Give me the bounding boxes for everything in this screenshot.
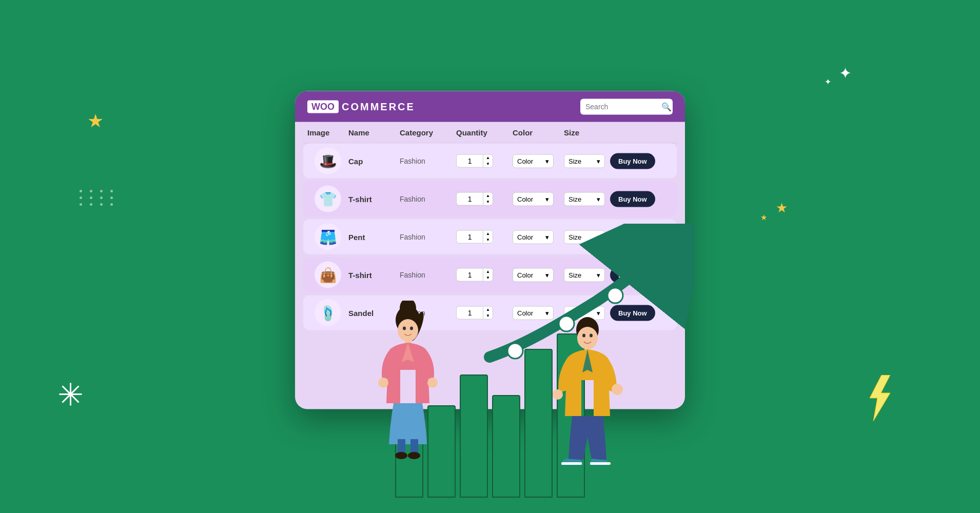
size-cell: Size ▾ xyxy=(564,154,610,168)
size-select[interactable]: Size ▾ xyxy=(564,192,605,206)
buy-now-button[interactable]: Buy Now xyxy=(610,191,655,207)
woo-badge: WOO xyxy=(307,100,339,113)
quantity-value: 1 xyxy=(457,193,483,205)
table-header: Image Name Category Quantity Color Size xyxy=(303,122,677,144)
product-category: Fashion xyxy=(400,271,456,279)
buy-now-button[interactable]: Buy Now xyxy=(610,267,655,283)
quantity-spinner[interactable]: 1 ▲ ▼ xyxy=(456,268,493,282)
size-select[interactable]: Size ▾ xyxy=(564,230,605,244)
color-dropdown-icon: ▾ xyxy=(545,271,549,279)
size-select[interactable]: Size ▾ xyxy=(564,306,605,320)
qty-up-button[interactable]: ▲ xyxy=(483,155,493,161)
star-yellow-right2-icon: ★ xyxy=(760,213,767,222)
star-yellow-left-icon: ★ xyxy=(87,110,104,132)
qty-down-button[interactable]: ▼ xyxy=(483,313,493,319)
color-label: Color xyxy=(517,309,533,317)
color-select[interactable]: Color ▾ xyxy=(513,306,554,320)
color-select[interactable]: Color ▾ xyxy=(513,230,554,244)
product-name: T-shirt xyxy=(348,194,400,203)
col-action xyxy=(610,128,672,137)
size-label: Size xyxy=(569,195,581,203)
table-row: 🩴 Sandel Fashion 1 ▲ ▼ Color ▾ xyxy=(303,295,677,330)
product-image: 👕 xyxy=(315,186,341,212)
quantity-cell: 1 ▲ ▼ xyxy=(456,306,513,320)
size-cell: Size ▾ xyxy=(564,230,610,244)
col-quantity: Quantity xyxy=(456,128,513,137)
svg-rect-33 xyxy=(590,462,611,465)
qty-down-button[interactable]: ▼ xyxy=(483,161,493,167)
color-label: Color xyxy=(517,271,533,279)
size-label: Size xyxy=(569,309,581,317)
quantity-value: 1 xyxy=(457,269,483,281)
buy-now-button[interactable]: Buy Now xyxy=(610,229,655,245)
woo-logo: WOO COMMERCE xyxy=(307,100,415,113)
qty-up-button[interactable]: ▲ xyxy=(483,231,493,237)
qty-down-button[interactable]: ▼ xyxy=(483,199,493,205)
action-cell: Buy Now xyxy=(610,305,672,321)
product-category: Fashion xyxy=(400,195,456,203)
size-cell: Size ▾ xyxy=(564,306,610,320)
table-row: 👜 T-shirt Fashion 1 ▲ ▼ Color ▾ xyxy=(303,258,677,292)
color-dropdown-icon: ▾ xyxy=(545,309,549,317)
qty-up-button[interactable]: ▲ xyxy=(483,307,493,313)
qty-down-button[interactable]: ▼ xyxy=(483,237,493,243)
buy-now-button[interactable]: Buy Now xyxy=(610,305,655,321)
quantity-spinner[interactable]: 1 ▲ ▼ xyxy=(456,306,493,320)
size-dropdown-icon: ▾ xyxy=(597,309,600,317)
product-image: 🩳 xyxy=(315,224,341,250)
quantity-arrows[interactable]: ▲ ▼ xyxy=(483,231,493,243)
action-cell: Buy Now xyxy=(610,267,672,283)
color-dropdown-icon: ▾ xyxy=(545,157,549,165)
quantity-spinner[interactable]: 1 ▲ ▼ xyxy=(456,154,493,168)
color-select[interactable]: Color ▾ xyxy=(513,154,554,168)
table-row: 👕 T-shirt Fashion 1 ▲ ▼ Color ▾ xyxy=(303,182,677,216)
buy-now-button[interactable]: Buy Now xyxy=(610,153,655,169)
quantity-arrows[interactable]: ▲ ▼ xyxy=(483,307,493,319)
product-name: Cap xyxy=(348,156,400,165)
size-dropdown-icon: ▾ xyxy=(597,271,600,279)
burst-star-icon xyxy=(56,380,85,410)
qty-down-button[interactable]: ▼ xyxy=(483,275,493,281)
size-label: Size xyxy=(569,157,581,165)
color-cell: Color ▾ xyxy=(513,230,564,244)
sparkle-icon-tr2: ✦ xyxy=(825,77,831,87)
color-label: Color xyxy=(517,157,533,165)
action-cell: Buy Now xyxy=(610,229,672,245)
star-yellow-right1-icon: ★ xyxy=(776,200,788,216)
dot-grid-decoration xyxy=(80,190,116,206)
quantity-arrows[interactable]: ▲ ▼ xyxy=(483,193,493,205)
size-select[interactable]: Size ▾ xyxy=(564,268,605,282)
product-image-cell: 👜 xyxy=(307,262,348,288)
search-input[interactable] xyxy=(585,103,657,111)
col-image: Image xyxy=(307,128,348,137)
size-select[interactable]: Size ▾ xyxy=(564,154,605,168)
lightning-icon xyxy=(862,375,895,423)
size-dropdown-icon: ▾ xyxy=(597,233,600,241)
bar-chart xyxy=(395,333,585,498)
size-cell: Size ▾ xyxy=(564,268,610,282)
product-name: T-shirt xyxy=(348,270,400,279)
color-cell: Color ▾ xyxy=(513,306,564,320)
quantity-arrows[interactable]: ▲ ▼ xyxy=(483,269,493,281)
product-category: Fashion xyxy=(400,233,456,241)
qty-up-button[interactable]: ▲ xyxy=(483,269,493,275)
quantity-spinner[interactable]: 1 ▲ ▼ xyxy=(456,230,493,244)
color-select[interactable]: Color ▾ xyxy=(513,192,554,206)
size-label: Size xyxy=(569,271,581,279)
search-icon: 🔍 xyxy=(661,102,672,111)
search-bar[interactable]: 🔍 xyxy=(580,98,673,114)
col-color: Color xyxy=(513,128,564,137)
product-name: Pent xyxy=(348,232,400,241)
size-dropdown-icon: ▾ xyxy=(597,157,600,165)
color-cell: Color ▾ xyxy=(513,154,564,168)
size-label: Size xyxy=(569,233,581,241)
color-cell: Color ▾ xyxy=(513,192,564,206)
action-cell: Buy Now xyxy=(610,191,672,207)
bar-chart-bar xyxy=(524,349,553,498)
color-select[interactable]: Color ▾ xyxy=(513,268,554,282)
table-row: 🎩 Cap Fashion 1 ▲ ▼ Color ▾ xyxy=(303,144,677,179)
bar-chart-bar xyxy=(427,405,456,498)
quantity-arrows[interactable]: ▲ ▼ xyxy=(483,155,493,167)
quantity-spinner[interactable]: 1 ▲ ▼ xyxy=(456,192,493,206)
qty-up-button[interactable]: ▲ xyxy=(483,193,493,199)
